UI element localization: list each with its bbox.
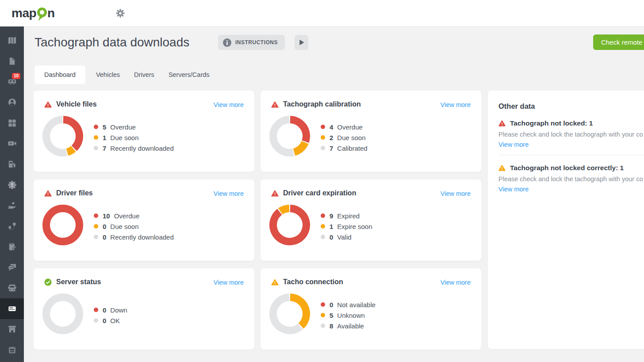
sidebar-item-dashboard[interactable] <box>0 113 24 133</box>
sidebar-item-users[interactable] <box>0 92 24 113</box>
donut-chart <box>42 293 83 334</box>
legend-value: 4 <box>330 123 333 131</box>
card-driver-files: Driver files View more 10 Overdue 0 Due … <box>34 179 254 261</box>
legend-value: 0 <box>103 223 106 230</box>
service-icon <box>8 201 17 210</box>
logo-text-map: map <box>12 6 36 21</box>
legend-value: 1 <box>330 223 333 230</box>
legend-dot-red <box>94 308 98 312</box>
legend-dot-yellow <box>321 135 325 140</box>
donut-chart <box>269 205 310 245</box>
legend-dot-red <box>94 213 98 218</box>
other-data-heading: Tachograph not locked correctly: 1 <box>510 164 624 172</box>
sidebar-item-chat[interactable] <box>0 257 24 278</box>
card-header: Vehicle files <box>44 100 97 108</box>
legend-row: 2 Due soon <box>321 132 368 143</box>
sidebar-item-fleet[interactable]: 10 <box>0 71 24 92</box>
donut-chart <box>269 116 310 156</box>
legend-value: 7 <box>330 145 333 152</box>
legend-dot-yellow <box>94 135 98 140</box>
warning-triangle-icon <box>271 101 279 108</box>
legend-label: Valid <box>337 233 351 241</box>
legend-label: Not available <box>337 301 376 309</box>
sidebar-item-service[interactable] <box>0 195 24 216</box>
legend-dot-red <box>321 125 325 129</box>
calendar-icon: NEW <box>8 345 17 354</box>
view-more-link[interactable]: View more <box>441 101 471 108</box>
sidebar: 10NEW <box>0 27 24 362</box>
donut-chart <box>42 116 83 156</box>
map-icon <box>8 36 17 45</box>
card-title: Driver files <box>56 189 93 197</box>
tab-vehicles[interactable]: Vehicles <box>92 65 123 84</box>
card-header: Tacho connection <box>271 278 343 286</box>
settings-gear-icon[interactable] <box>115 8 126 19</box>
check-circle-icon <box>44 278 52 286</box>
sidebar-item-alerts[interactable] <box>0 175 24 195</box>
fuel-icon <box>8 160 17 169</box>
sidebar-item-fuel[interactable] <box>0 154 24 175</box>
card-tachograph-calibration: Tachograph calibration View more 4 Overd… <box>261 91 481 172</box>
sidebar-item-calendar[interactable]: NEW <box>0 339 24 360</box>
legend-dot-gray <box>321 324 325 328</box>
view-more-link[interactable]: View more <box>214 190 244 197</box>
legend-value: 5 <box>103 123 106 131</box>
card-title: Tachograph calibration <box>283 100 361 108</box>
chat-icon <box>8 263 17 272</box>
legend-row: 10 Overdue <box>94 210 174 221</box>
sidebar-item-video[interactable] <box>0 133 24 154</box>
legend-value: 8 <box>330 322 333 330</box>
instructions-button[interactable]: INSTRUCTIONS <box>218 35 285 50</box>
legend-dot-gray <box>321 146 325 150</box>
legend-row: 0 Valid <box>321 232 372 242</box>
card-tacho-connection: Tacho connection View more 0 Not availab… <box>261 268 481 350</box>
documents-icon <box>8 57 17 66</box>
legend-value: 0 <box>103 317 106 324</box>
legend-dot-gray <box>94 146 98 150</box>
view-more-link[interactable]: View more <box>441 190 471 197</box>
mapon-logo[interactable]: map n <box>12 6 55 21</box>
sidebar-item-routes[interactable] <box>0 216 24 236</box>
view-more-link[interactable]: View more <box>498 141 529 148</box>
legend-label: Overdue <box>114 212 140 220</box>
legend-value: 9 <box>330 212 333 220</box>
check-remote-downloads-button[interactable]: Check remote d <box>593 34 644 50</box>
divider <box>498 155 644 155</box>
tab-dashboard[interactable]: Dashboard <box>34 65 85 84</box>
view-more-link[interactable]: View more <box>214 279 244 286</box>
play-button[interactable] <box>295 35 308 50</box>
chart-legend: 5 Overdue 1 Due soon 7 Recently download… <box>94 117 174 158</box>
warning-triangle-icon <box>271 278 279 286</box>
view-more-link[interactable]: View more <box>214 101 244 108</box>
sidebar-item-documents[interactable] <box>0 51 24 72</box>
legend-row: 0 Down <box>94 305 127 315</box>
tab-servers-cards[interactable]: Servers/Cards <box>165 65 213 84</box>
sidebar-item-map[interactable] <box>0 30 24 51</box>
card-header: Driver card expiration <box>271 189 356 197</box>
legend-row: 0 Recently downloaded <box>94 232 174 242</box>
warning-triangle-icon <box>498 164 506 171</box>
sidebar-item-tasks[interactable] <box>0 236 24 257</box>
sidebar-item-store[interactable] <box>0 319 24 340</box>
routes-icon <box>8 221 17 231</box>
view-more-link[interactable]: View more <box>498 186 529 193</box>
legend-row: 9 Expired <box>321 210 372 221</box>
legend-label: Recently downloaded <box>110 145 173 152</box>
legend-dot-gray <box>94 318 98 323</box>
card-title: Driver card expiration <box>283 189 356 197</box>
legend-row: 1 Expire soon <box>321 221 372 232</box>
legend-label: Available <box>337 322 364 330</box>
legend-value: 1 <box>103 134 106 141</box>
sidebar-item-vehicle[interactable] <box>0 278 24 298</box>
legend-dot-red <box>321 213 325 218</box>
cards-grid: Vehicle files View more 5 Overdue 1 Due … <box>34 91 481 350</box>
instructions-label: INSTRUCTIONS <box>235 39 278 46</box>
legend-label: Due soon <box>110 134 138 141</box>
sidebar-item-tachograph[interactable] <box>0 298 24 319</box>
view-more-link[interactable]: View more <box>441 279 471 286</box>
tab-bar: DashboardVehiclesDriversServers/Cards <box>34 65 213 84</box>
card-title: Vehicle files <box>56 100 97 108</box>
tab-drivers[interactable]: Drivers <box>130 65 158 84</box>
legend-label: Expired <box>337 212 360 220</box>
legend-row: 8 Available <box>321 320 376 331</box>
